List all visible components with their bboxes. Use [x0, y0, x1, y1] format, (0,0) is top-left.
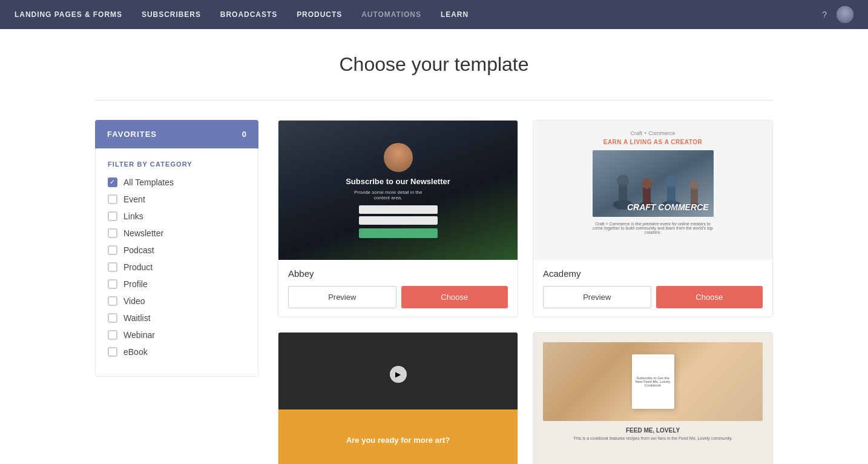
template-preview-academy: Craft + Commerce EARN A LIVING AS A CREA…	[533, 121, 772, 260]
checkbox-product[interactable]	[108, 262, 117, 272]
template-preview-abbey: Subscribe to our Newsletter Provide some…	[278, 121, 518, 260]
abbey-input-email	[359, 216, 438, 225]
filter-ebook[interactable]: eBook	[108, 347, 246, 357]
checkbox-newsletter[interactable]	[108, 228, 117, 238]
nav-learn[interactable]: LEARN	[441, 10, 469, 19]
sidebar: FAVORITES 0 FILTER BY CATEGORY All Templ…	[95, 120, 258, 377]
nav-items: LANDING PAGES & FORMS SUBSCRIBERS BROADC…	[15, 10, 822, 19]
filter-label-event: Event	[123, 194, 145, 204]
filter-product[interactable]: Product	[108, 262, 246, 272]
abbey-avatar	[384, 143, 413, 172]
feed-book: Subscribe to Get the New Feed Me, Lovely…	[632, 354, 674, 409]
template-preview-feed: Subscribe to Get the New Feed Me, Lovely…	[533, 333, 772, 464]
checkbox-ebook[interactable]	[108, 347, 117, 357]
academy-info: Academy Preview Choose	[533, 260, 772, 317]
abbey-name: Abbey	[288, 268, 508, 279]
svg-point-3	[617, 174, 629, 187]
abbey-actions: Preview Choose	[288, 286, 508, 308]
filter-newsletter[interactable]: Newsletter	[108, 228, 246, 238]
layout: FAVORITES 0 FILTER BY CATEGORY All Templ…	[95, 120, 773, 464]
abbey-submit-btn	[359, 228, 438, 238]
filter-label-product: Product	[123, 262, 153, 272]
abbey-preview-subtitle: Provide some more detail in the content …	[346, 190, 430, 201]
art-content: Are you ready for more art?	[278, 409, 518, 465]
filter-links[interactable]: Links	[108, 211, 246, 221]
filter-label-video: Video	[123, 296, 145, 306]
abbey-preview-button[interactable]: Preview	[288, 286, 396, 308]
template-preview-art: ▶ Are you ready for more art?	[278, 333, 518, 464]
nav-broadcasts[interactable]: BROADCASTS	[220, 10, 277, 19]
academy-tagline: EARN A LIVING AS A CREATOR	[603, 139, 703, 145]
template-card-academy: Craft + Commerce EARN A LIVING AS A CREA…	[533, 120, 773, 317]
art-video-bg: ▶	[278, 333, 518, 416]
abbey-content: Subscribe to our Newsletter Provide some…	[346, 143, 450, 238]
checkbox-links[interactable]	[108, 211, 117, 221]
academy-body-text: Craft + Commerce is the premiere event f…	[593, 222, 714, 234]
template-card-feed: Subscribe to Get the New Feed Me, Lovely…	[533, 332, 773, 464]
art-play-icon: ▶	[390, 366, 407, 383]
checkbox-webinar[interactable]	[108, 330, 117, 340]
filter-title: FILTER BY CATEGORY	[108, 161, 246, 168]
navbar: LANDING PAGES & FORMS SUBSCRIBERS BROADC…	[0, 0, 868, 29]
abbey-choose-button[interactable]: Choose	[401, 286, 508, 308]
feed-body: This is a cookbook features recipes from…	[573, 436, 732, 440]
filter-label-podcast: Podcast	[123, 245, 154, 255]
filter-event[interactable]: Event	[108, 194, 246, 204]
art-text: Are you ready for more art?	[346, 436, 450, 446]
svg-rect-2	[619, 184, 627, 205]
academy-logo-overlay: CRAFT COMMERCE	[627, 202, 709, 212]
checkbox-video[interactable]	[108, 296, 117, 306]
favorites-label: FAVORITES	[107, 130, 157, 139]
avatar-image	[837, 6, 853, 23]
filter-all-templates[interactable]: All Templates	[108, 177, 246, 187]
template-card-abbey: Subscribe to our Newsletter Provide some…	[278, 120, 518, 317]
nav-products[interactable]: PRODUCTS	[297, 10, 342, 19]
svg-point-12	[689, 180, 699, 190]
abbey-input-name	[359, 205, 438, 214]
nav-right: ?	[822, 6, 853, 23]
template-card-art: ▶ Are you ready for more art? Art Previe…	[278, 332, 518, 464]
checkbox-event[interactable]	[108, 194, 117, 204]
nav-subscribers[interactable]: SUBSCRIBERS	[142, 10, 201, 19]
svg-point-6	[642, 178, 653, 189]
filter-podcast[interactable]: Podcast	[108, 245, 246, 255]
academy-choose-button[interactable]: Choose	[656, 286, 763, 308]
nav-automations[interactable]: AUTOMATIONS	[361, 10, 421, 19]
academy-actions: Preview Choose	[543, 286, 763, 308]
academy-name: Academy	[543, 268, 763, 279]
filter-label-webinar: Webinar	[123, 330, 155, 340]
filter-webinar[interactable]: Webinar	[108, 330, 246, 340]
help-icon[interactable]: ?	[822, 10, 827, 19]
favorites-count: 0	[242, 130, 246, 139]
academy-image: CRAFT COMMERCE	[593, 150, 714, 217]
filter-label-links: Links	[123, 211, 143, 221]
academy-preview-button[interactable]: Preview	[543, 286, 651, 308]
page-title: Choose your template	[95, 53, 773, 76]
filter-section: FILTER BY CATEGORY All Templates Event L…	[95, 148, 258, 377]
filter-label-ebook: eBook	[123, 347, 148, 357]
checkbox-all-templates[interactable]	[108, 177, 117, 187]
avatar[interactable]	[837, 6, 853, 23]
abbey-info: Abbey Preview Choose	[278, 260, 518, 317]
nav-landing-pages[interactable]: LANDING PAGES & FORMS	[15, 10, 122, 19]
filter-label-waitlist: Waitlist	[123, 313, 151, 323]
filter-label-all-templates: All Templates	[123, 177, 174, 187]
abbey-preview-title: Subscribe to our Newsletter	[346, 177, 450, 186]
filter-waitlist[interactable]: Waitlist	[108, 313, 246, 323]
academy-brand: Craft + Commerce	[631, 130, 676, 136]
filter-label-profile: Profile	[123, 279, 148, 289]
main-content: Choose your template FAVORITES 0 FILTER …	[47, 29, 821, 464]
template-grid: Subscribe to our Newsletter Provide some…	[278, 120, 773, 464]
filter-video[interactable]: Video	[108, 296, 246, 306]
checkbox-profile[interactable]	[108, 279, 117, 289]
feed-brand: FEED ME, LOVELY	[626, 427, 680, 434]
abbey-avatar-image	[384, 143, 413, 172]
section-divider	[95, 100, 773, 101]
checkbox-podcast[interactable]	[108, 245, 117, 255]
filter-label-newsletter: Newsletter	[123, 228, 163, 238]
checkbox-waitlist[interactable]	[108, 313, 117, 323]
filter-profile[interactable]: Profile	[108, 279, 246, 289]
feed-image: Subscribe to Get the New Feed Me, Lovely…	[543, 342, 763, 421]
abbey-form	[346, 205, 450, 238]
favorites-bar[interactable]: FAVORITES 0	[95, 120, 258, 148]
